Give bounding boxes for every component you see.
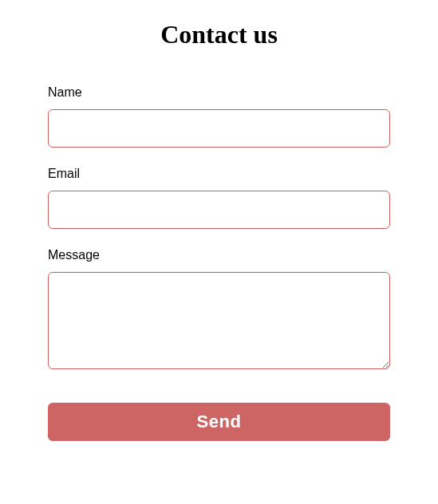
contact-form: Name Email Message Send [48, 85, 390, 441]
name-input[interactable] [48, 109, 390, 148]
message-group: Message [48, 248, 390, 372]
email-input[interactable] [48, 191, 390, 229]
send-button[interactable]: Send [48, 403, 390, 441]
page-title: Contact us [48, 20, 390, 49]
message-label: Message [48, 248, 390, 262]
email-group: Email [48, 167, 390, 229]
message-input[interactable] [48, 272, 390, 369]
email-label: Email [48, 167, 390, 181]
name-label: Name [48, 85, 390, 100]
name-group: Name [48, 85, 390, 148]
